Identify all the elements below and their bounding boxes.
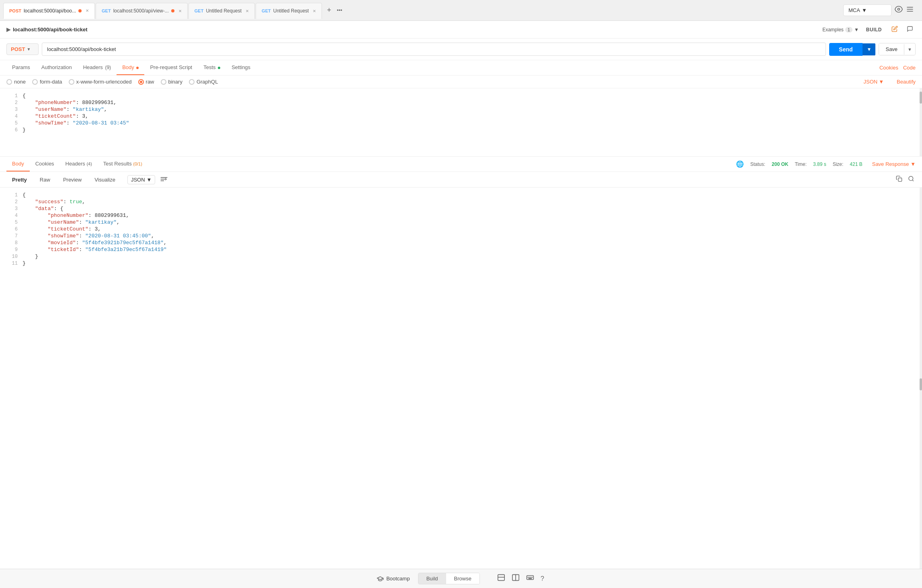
tab-url-3: Untitled Request bbox=[206, 8, 242, 14]
tab-params[interactable]: Params bbox=[6, 60, 36, 75]
comment-icon-button[interactable] bbox=[904, 24, 916, 35]
breadcrumb-text: localhost:5000/api/book-ticket bbox=[13, 27, 88, 33]
code-line-4: 4 "ticketCount": 3, bbox=[0, 113, 922, 120]
fmt-tab-raw[interactable]: Raw bbox=[34, 175, 56, 185]
browse-mode-button[interactable]: Browse bbox=[446, 573, 479, 584]
resp-tab-headers[interactable]: Headers (4) bbox=[60, 157, 98, 172]
svg-line-9 bbox=[912, 180, 914, 181]
save-response-button[interactable]: Save Response ▼ bbox=[872, 161, 916, 167]
body-option-none[interactable]: none bbox=[6, 79, 26, 85]
workspace-area: MCA ▼ bbox=[838, 4, 919, 16]
tab-headers[interactable]: Headers (9) bbox=[78, 60, 117, 75]
request-body-editor[interactable]: 1 { 2 "phoneNumber": 8802999631, 3 "user… bbox=[0, 88, 922, 157]
globe-icon: 🌐 bbox=[736, 160, 744, 168]
workspace-header: ▶ localhost:5000/api/book-ticket Example… bbox=[0, 21, 922, 39]
svg-rect-7 bbox=[898, 178, 902, 182]
tab-dirty-dot-1 bbox=[78, 9, 82, 12]
body-option-raw[interactable]: raw bbox=[138, 79, 154, 85]
response-json-arrow: ▼ bbox=[147, 177, 152, 183]
split-icon-button[interactable] bbox=[510, 573, 521, 584]
settings-icon-button[interactable] bbox=[906, 5, 914, 15]
response-code-area[interactable]: 1 { 2 "success": true, 3 "data": { 4 "ph… bbox=[0, 188, 922, 569]
method-selector[interactable]: POST ▼ bbox=[6, 43, 39, 55]
body-option-graphql[interactable]: GraphQL bbox=[189, 79, 218, 85]
tab-tests[interactable]: Tests bbox=[198, 60, 226, 75]
build-button[interactable]: BUILD bbox=[863, 25, 885, 34]
tab-authorization[interactable]: Authorization bbox=[36, 60, 78, 75]
save-button[interactable]: Save bbox=[879, 43, 904, 55]
bootcamp-label: Bootcamp bbox=[386, 576, 410, 582]
tab-close-1[interactable]: ✕ bbox=[86, 8, 89, 13]
resp-code-line-6: 6 "ticketCount": 3, bbox=[0, 226, 922, 233]
request-scrollbar[interactable] bbox=[920, 88, 922, 156]
tests-dot bbox=[218, 67, 220, 69]
body-option-formdata[interactable]: form-data bbox=[32, 79, 62, 85]
new-tab-button[interactable]: + bbox=[325, 4, 333, 16]
response-scrollbar[interactable] bbox=[920, 188, 922, 569]
code-line-1: 1 { bbox=[0, 92, 922, 99]
time-label: Time: bbox=[795, 161, 807, 167]
cookies-link[interactable]: Cookies bbox=[879, 65, 898, 71]
time-value: 3.89 s bbox=[813, 161, 826, 167]
tab-close-2[interactable]: ✕ bbox=[178, 9, 182, 13]
tab-body[interactable]: Body bbox=[117, 60, 144, 75]
response-json-format-selector[interactable]: JSON ▼ bbox=[127, 175, 156, 184]
fmt-tab-preview[interactable]: Preview bbox=[57, 175, 87, 185]
save-button-group: Save ▼ bbox=[879, 43, 916, 55]
send-dropdown-arrow[interactable]: ▼ bbox=[863, 43, 876, 55]
tab-close-3[interactable]: ✕ bbox=[246, 9, 249, 13]
code-line-5: 5 "showTime": "2020-08-31 03:45" bbox=[0, 120, 922, 127]
layout-icon-button[interactable] bbox=[496, 573, 506, 584]
copy-response-button[interactable] bbox=[895, 174, 904, 185]
fmt-tab-visualize[interactable]: Visualize bbox=[89, 175, 121, 185]
resp-code-line-10: 10 } bbox=[0, 253, 922, 260]
url-input[interactable] bbox=[42, 43, 826, 56]
help-icon-button[interactable]: ? bbox=[539, 573, 545, 584]
tab-post-book-ticket[interactable]: POST localhost:5000/api/boo... ✕ bbox=[3, 3, 95, 19]
workspace-selector[interactable]: MCA ▼ bbox=[843, 4, 891, 16]
json-format-selector[interactable]: JSON ▼ bbox=[863, 79, 884, 85]
resp-code-line-4: 4 "phoneNumber": 8802999631, bbox=[0, 212, 922, 219]
method-value: POST bbox=[11, 46, 25, 52]
eye-icon-button[interactable] bbox=[895, 5, 903, 15]
tab-url-2: localhost:5000/api/view-... bbox=[113, 8, 169, 14]
breadcrumb-title: ▶ localhost:5000/api/book-ticket bbox=[6, 27, 88, 33]
body-option-urlencoded[interactable]: x-www-form-urlencoded bbox=[69, 79, 132, 85]
wrap-lines-button[interactable] bbox=[160, 176, 168, 184]
more-tabs-button[interactable]: ••• bbox=[335, 6, 344, 15]
tab-get-view[interactable]: GET localhost:5000/api/view-... ✕ bbox=[96, 3, 188, 19]
resp-tab-cookies[interactable]: Cookies bbox=[30, 157, 60, 172]
resp-code-line-7: 7 "showTime": "2020-08-31 03:45:00", bbox=[0, 233, 922, 239]
save-dropdown-arrow[interactable]: ▼ bbox=[904, 44, 915, 55]
resp-tab-testresults[interactable]: Test Results (0/1) bbox=[98, 157, 148, 172]
examples-button[interactable]: Examples 1 ▼ bbox=[822, 27, 859, 33]
search-response-button[interactable] bbox=[907, 174, 916, 185]
body-option-binary[interactable]: binary bbox=[161, 79, 182, 85]
build-mode-button[interactable]: Build bbox=[418, 573, 446, 584]
send-button[interactable]: Send bbox=[829, 43, 862, 56]
keyboard-icon-button[interactable] bbox=[525, 573, 535, 584]
bootcamp-button[interactable]: Bootcamp bbox=[377, 575, 410, 582]
tab-get-untitled-4[interactable]: GET Untitled Request ✕ bbox=[256, 3, 322, 19]
code-link[interactable]: Code bbox=[903, 65, 916, 71]
headers-badge: (9) bbox=[105, 65, 111, 70]
radio-raw bbox=[138, 79, 144, 85]
tab-prerequest[interactable]: Pre-request Script bbox=[144, 60, 198, 75]
radio-urlencoded bbox=[69, 79, 74, 85]
tab-url-1: localhost:5000/api/boo... bbox=[24, 8, 76, 14]
tab-close-4[interactable]: ✕ bbox=[313, 9, 316, 13]
resp-tab-body[interactable]: Body bbox=[6, 157, 30, 172]
method-dropdown-arrow: ▼ bbox=[27, 47, 31, 51]
tab-settings[interactable]: Settings bbox=[226, 60, 256, 75]
resp-headers-badge: (4) bbox=[86, 161, 92, 166]
tab-get-untitled-3[interactable]: GET Untitled Request ✕ bbox=[188, 3, 255, 19]
size-label: Size: bbox=[833, 161, 844, 167]
resp-code-line-3: 3 "data": { bbox=[0, 205, 922, 212]
resp-code-line-9: 9 "ticketId": "5f4bfe3a21b79ec5f67a1419" bbox=[0, 246, 922, 253]
tab-method-get-2: GET bbox=[102, 8, 111, 13]
bottom-bar: Bootcamp Build Browse ? bbox=[0, 569, 922, 588]
fmt-tab-pretty[interactable]: Pretty bbox=[6, 175, 33, 185]
beautify-button[interactable]: Beautify bbox=[897, 79, 916, 85]
response-json-label: JSON bbox=[131, 177, 145, 183]
edit-icon-button[interactable] bbox=[889, 24, 900, 35]
